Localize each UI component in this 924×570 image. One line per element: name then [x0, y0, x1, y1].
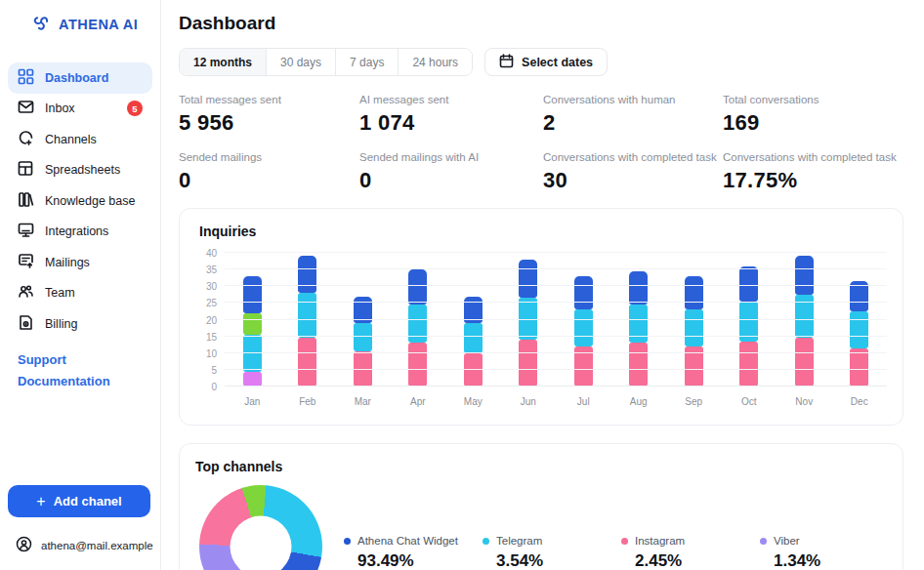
bar-segment-blue: [795, 256, 814, 294]
y-tick: 25: [206, 298, 217, 308]
bar-segment-pink: [739, 342, 758, 387]
x-tick: Dec: [832, 396, 888, 407]
bar-segment-pink: [629, 343, 648, 387]
bar-segment-cyan: [408, 305, 427, 343]
bar-segment-blue: [739, 266, 758, 302]
brand-name: ATHENA AI: [59, 17, 138, 32]
bar-segment-pink: [408, 343, 427, 387]
stat-card: Total messages sent5 956: [179, 78, 359, 136]
gridline: [225, 252, 887, 253]
bar-segment-cyan: [354, 323, 372, 351]
sidebar-item-channels[interactable]: Channels: [8, 124, 152, 155]
sidebar-item-label: Mailings: [45, 256, 90, 269]
calendar-icon: [499, 54, 514, 71]
legend-label: Instagram: [635, 535, 685, 547]
range-tab-12-months[interactable]: 12 months: [180, 49, 267, 75]
bar-segment-blue: [298, 256, 316, 293]
bar-slot: [556, 253, 611, 387]
bar-segment-blue: [574, 276, 593, 309]
stat-card: Total conversations169: [723, 78, 903, 136]
sidebar-item-mailings[interactable]: Mailings: [8, 247, 152, 278]
stacked-bar-sep: [685, 276, 703, 387]
stat-value: 5 956: [179, 110, 359, 136]
stacked-bar-jun: [519, 260, 537, 387]
range-tab-30-days[interactable]: 30 days: [267, 49, 336, 75]
stat-value: 2: [543, 110, 723, 136]
bar-slot: [777, 253, 832, 387]
sidebar-item-spreadsheets[interactable]: Spreadsheets: [8, 155, 152, 186]
bar-segment-cyan: [298, 293, 316, 338]
bar-segment-cyan: [464, 323, 483, 353]
bar-segment-cyan: [850, 311, 868, 348]
y-tick: 40: [206, 248, 217, 259]
bars: [225, 253, 887, 387]
account-row[interactable]: athena@mail.example: [0, 530, 160, 570]
top-channels-title: Top channels: [195, 459, 887, 474]
stat-label: Conversations with completed task: [723, 151, 903, 163]
users-icon: [18, 283, 34, 303]
stat-value: 30: [543, 168, 723, 193]
x-tick: Jan: [225, 396, 280, 407]
bar-segment-pink: [298, 338, 316, 387]
x-tick: May: [445, 396, 501, 407]
top-channels-card: Top channels Athena Chat Widget93.49%Tel…: [179, 443, 903, 570]
stats-grid: Total messages sent5 956 AI messages sen…: [179, 78, 903, 193]
bar-slot: [280, 253, 336, 387]
gridline: [225, 268, 887, 269]
documentation-link[interactable]: Documentation: [18, 374, 160, 388]
main-content: Dashboard 12 months 30 days 7 days 24 ho…: [161, 0, 924, 570]
stat-label: Total messages sent: [179, 94, 359, 105]
y-tick: 35: [206, 265, 217, 275]
sidebar-item-team[interactable]: Team: [8, 278, 152, 309]
x-tick: Sep: [666, 396, 722, 407]
sidebar-item-label: Billing: [45, 317, 77, 331]
user-avatar-icon: [16, 536, 32, 554]
stat-label: Sended mailings with AI: [359, 151, 543, 163]
legend-head: Instagram: [621, 535, 760, 547]
y-tick: 15: [206, 331, 217, 342]
stat-value: 0: [179, 168, 359, 193]
bar-slot: [445, 253, 501, 387]
stat-label: Conversations with human: [543, 94, 723, 105]
stacked-bar-jul: [574, 276, 593, 387]
sidebar-item-knowledge-base[interactable]: Knowledge base: [8, 185, 152, 217]
range-tab-24-hours[interactable]: 24 hours: [399, 49, 472, 75]
stacked-bar-nov: [795, 256, 814, 387]
add-channel-button[interactable]: + Add chanel: [8, 485, 150, 517]
bar-slot: [722, 253, 777, 387]
bar-segment-pink: [464, 353, 483, 387]
y-tick: 30: [206, 281, 217, 292]
bar-segment-blue: [629, 271, 648, 305]
y-axis-labels: 0510152025303540: [199, 253, 225, 387]
envelope-icon: [18, 99, 34, 118]
inquiries-card: Inquiries 0510152025303540 JanFebMarAprM…: [179, 208, 903, 426]
range-tab-7-days[interactable]: 7 days: [336, 49, 399, 75]
gridline: [225, 285, 887, 286]
legend-head: Telegram: [483, 535, 621, 547]
select-dates-button[interactable]: Select dates: [484, 48, 608, 76]
sidebar-item-billing[interactable]: Billing: [8, 308, 152, 340]
sidebar-item-label: Dashboard: [45, 71, 108, 85]
bar-segment-blue: [685, 276, 703, 309]
sidebar: ATHENA AI Dashboard Inbox: [0, 0, 161, 570]
bar-segment-cyan: [574, 309, 593, 346]
legend-value: 3.54%: [496, 551, 621, 570]
y-tick: 10: [206, 347, 217, 358]
app-window: ATHENA AI Dashboard Inbox: [0, 0, 924, 570]
range-tab-group: 12 months 30 days 7 days 24 hours: [179, 48, 473, 76]
stat-label: Conversations with completed task: [543, 151, 723, 163]
sidebar-item-inbox[interactable]: Inbox 5: [8, 94, 152, 125]
support-link[interactable]: Support: [18, 352, 160, 367]
bar-slot: [666, 253, 722, 387]
bar-plot-area: [225, 253, 887, 387]
sidebar-spacer: [0, 388, 160, 486]
sidebar-item-integrations[interactable]: Integrations: [8, 217, 152, 248]
gridline: [225, 319, 887, 320]
legend-label: Telegram: [496, 535, 542, 547]
sidebar-item-dashboard[interactable]: Dashboard: [8, 62, 152, 94]
y-tick: 5: [211, 364, 217, 375]
bar-segment-pink: [519, 340, 537, 387]
bar-segment-pink: [850, 348, 868, 387]
stacked-bar-dec: [850, 281, 868, 387]
bar-segment-cyan: [629, 305, 648, 343]
